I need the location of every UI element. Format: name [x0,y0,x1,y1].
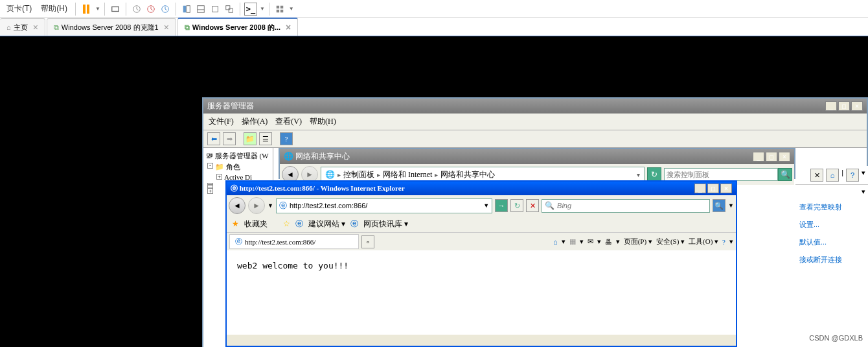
suggested-sites[interactable]: 建议网站 ▾ [308,219,345,230]
home-icon[interactable]: ⌂ [553,238,558,246]
snapshot-icon[interactable] [109,3,122,16]
tools-menu[interactable]: 工具(O) ▾ [689,237,718,246]
print-icon[interactable]: 🖶 [605,238,612,246]
link-settings[interactable]: 设置... [795,216,868,233]
bc-item[interactable]: 网络和 Internet [383,169,432,180]
layout4-icon[interactable] [223,3,236,16]
layout2-icon[interactable] [194,3,207,16]
dropdown-icon[interactable]: ▼ [268,202,273,209]
address-bar[interactable]: ⓔ ▼ [276,198,492,213]
layout1-icon[interactable] [180,3,193,16]
menu-view[interactable]: 查看(V) [275,116,302,127]
window-titlebar[interactable]: 服务器管理器 _ □ × [203,99,867,114]
minimize-button[interactable]: _ [825,101,837,111]
dropdown-icon[interactable]: ▼ [728,202,734,209]
dropdown-icon[interactable]: ▼ [95,6,100,12]
menu-action[interactable]: 操作(A) [242,116,268,127]
tree-root[interactable]: 🖳 服务器管理器 (W [206,150,270,162]
pause-button[interactable] [80,3,93,16]
close-icon[interactable]: × [164,22,169,32]
close-icon[interactable]: × [286,22,291,32]
menu-help[interactable]: 帮助(H) [310,116,336,127]
refresh-button[interactable]: ↻ [510,199,523,212]
tab-clone1[interactable]: ⧉ Windows Server 2008 的克隆1 × [47,18,176,36]
search-button[interactable]: 🔍 [778,168,792,181]
go-button[interactable]: → [495,199,508,212]
search-button[interactable]: 🔍 [713,199,725,212]
help-icon[interactable]: ? [846,169,859,182]
window-titlebar[interactable]: 🌐 网络和共享中心 _ □ × [280,149,794,164]
tab-home[interactable]: ⌂ 主页 × [0,18,45,36]
url-input[interactable] [290,202,481,209]
svg-rect-10 [229,8,233,12]
favorites-label[interactable]: 收藏夹 [244,219,268,230]
star-add-icon[interactable]: ☆ [283,219,290,229]
close-button[interactable]: × [720,184,732,193]
close-icon[interactable]: × [33,22,38,32]
nav-icon[interactable]: ✕ [810,169,823,182]
toolbar: ⬅ ➡ 📁 ☰ ? [203,130,867,148]
menu-tab[interactable]: 页卡(T) [3,1,36,16]
grid-icon[interactable] [273,3,286,16]
menu-help[interactable]: 帮助(H) [37,1,71,16]
close-button[interactable]: × [779,152,790,162]
minimize-button[interactable]: _ [753,152,764,162]
rss-icon[interactable]: ▦ [569,237,576,246]
search-bar[interactable]: 🔍 [542,199,710,213]
stop-button[interactable]: ✕ [526,199,539,212]
maximize-button[interactable]: □ [838,101,850,111]
favorites-bar: ★ 收藏夹 ☆ ⓔ 建议网站 ▾ ⓔ 网页快讯库 ▾ [227,216,736,233]
clock-blue-icon[interactable] [159,3,172,16]
svg-rect-11 [277,5,279,8]
up-button[interactable]: 📁 [244,132,257,145]
maximize-button[interactable]: □ [707,184,719,193]
menu-bar: 文件(F) 操作(A) 查看(V) 帮助(H) [203,114,867,130]
safety-menu[interactable]: 安全(S) ▾ [656,237,685,246]
search-input[interactable] [557,202,707,209]
maximize-button[interactable]: □ [766,152,777,162]
clock-icon[interactable] [130,3,143,16]
search-input[interactable] [664,168,778,181]
new-tab-button[interactable]: ▫ [361,235,374,248]
dropdown-icon[interactable]: ▾ [862,169,865,182]
mail-icon[interactable]: ✉ [588,237,593,246]
clock-red-icon[interactable] [144,3,157,16]
dropdown-icon[interactable]: ▼ [260,6,265,12]
dropdown-icon[interactable]: ▼ [483,202,489,209]
close-button[interactable]: × [851,101,863,111]
dropdown-icon[interactable]: ▾ [862,187,865,195]
tree-roles[interactable]: -📁 角色 [206,162,270,173]
link-disconnect[interactable]: 接或断开连接 [795,251,868,269]
link-defaults[interactable]: 默认值... [795,233,868,251]
help-button[interactable]: ? [280,132,293,145]
web-slice-gallery[interactable]: 网页快讯库 ▾ [363,219,408,230]
back-button[interactable]: ◄ [229,197,246,214]
bc-item[interactable]: 控制面板 [343,169,374,180]
minimize-button[interactable]: _ [694,184,706,193]
window-title: http://test2.test.com:866/ - Windows Int… [240,184,405,192]
refresh-button[interactable]: ↻ [647,167,661,182]
forward-button[interactable]: ➡ [223,132,236,145]
page-menu[interactable]: 页面(P) ▾ [624,237,652,246]
dropdown-icon[interactable]: ▾ [637,171,640,178]
browser-tab[interactable]: ⓔ http://test2.test.com:866/ [229,234,359,249]
dropdown-icon[interactable]: ▼ [289,6,294,12]
back-button[interactable]: ⬅ [207,132,220,145]
home-icon[interactable]: ⌂ [826,169,839,182]
actions-panel: ✕ ⌂ | ? ▾ ▾ 查看完整映射 设置... 默认值... 接或断开连接 [795,166,868,347]
forward-button[interactable]: ► [248,197,265,214]
window-title: 网络和共享中心 [295,152,350,161]
menu-file[interactable]: 文件(F) [209,116,234,127]
star-icon[interactable]: ★ [232,219,239,229]
svg-rect-13 [277,9,279,12]
window-titlebar[interactable]: ⓔ http://test2.test.com:866/ - Windows I… [227,182,736,195]
bc-item[interactable]: 网络和共享中心 [440,169,495,180]
props-button[interactable]: ☰ [259,132,272,145]
layout3-icon[interactable] [209,3,222,16]
link-full-mapping[interactable]: 查看完整映射 [795,198,868,216]
separator [126,3,126,16]
console-icon[interactable]: >_ [244,3,257,16]
help-icon[interactable]: ? [722,238,725,246]
ie-icon: ⓔ [235,237,242,246]
tab-clone2[interactable]: ⧉ Windows Server 2008 的... × [177,18,298,36]
